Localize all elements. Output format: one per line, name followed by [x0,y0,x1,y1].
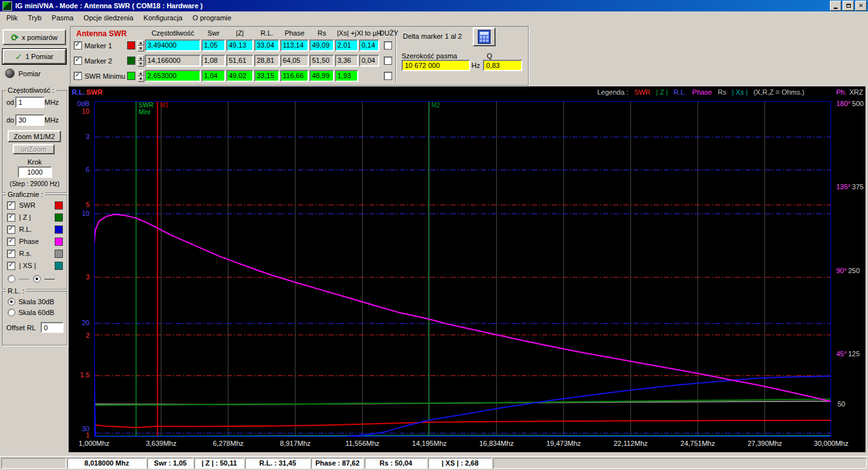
graph-option-checkbox[interactable]: ✓ [7,250,15,258]
legend-prefix: Legenda : [597,88,628,96]
offset-rl-label: Offset RL [6,324,36,332]
delta-calc-button[interactable] [473,27,496,46]
marker-line-label: SWRMini [139,102,153,116]
spinner-down-icon[interactable]: ▼ [137,76,144,82]
phase-axis-title: Ph. [836,88,847,96]
freq-from-input[interactable]: 1 [15,97,44,108]
axis-tick-x: 27,390Mhz [740,440,790,447]
series-Xs [94,435,831,436]
freq-to-unit: MHz [44,116,59,124]
marker-spinner[interactable]: ▲▼ [137,40,144,51]
status-field: Swr : 1,05 [147,458,193,469]
axis-tick-right: 135°375 [836,183,864,191]
marker-spinner[interactable]: ▲▼ [137,55,144,67]
marker-enable-checkbox[interactable]: ✓ [74,41,82,50]
axis-tick-left: 6 [70,166,90,173]
marker-enable-checkbox[interactable]: ✓ [74,72,82,80]
axis-tick-left: 1.5 [70,371,90,379]
legend-item: | Z | [656,88,668,96]
marker-duzy-checkbox[interactable] [384,41,392,50]
axis-tick-left: 5 [70,201,90,208]
restore-button[interactable] [843,1,854,11]
graph-option-checkbox[interactable]: ✓ [7,262,15,270]
legend-item: | Xs | [732,88,748,96]
bandwidth-unit: Hz [471,62,480,69]
axis-tick-x: 11,556Mhz [337,440,388,447]
step-input[interactable]: 1000 [18,166,52,178]
delta-marker-label: Delta marker 1 al 2 [403,32,462,40]
check-icon: ✓ [8,237,13,244]
legend-item: R.L. [674,88,686,96]
bandwidth-label: Szerokość pasma [402,52,457,60]
graph-option-checkbox[interactable]: ✓ [7,201,15,210]
rl-scale-option[interactable]: Skala 30dB [8,298,54,306]
status-spacer [493,458,867,469]
marker-value: 0,14 [359,39,379,51]
menu-item[interactable]: Plik [1,13,23,23]
axis-tick-x: 16,834Mhz [471,440,522,447]
plot[interactable] [92,100,835,438]
rl-scale-label: Skala 30dB [18,298,54,306]
marker-spinner[interactable]: ▲▼ [137,70,144,82]
rl-options: Skala 30dBSkala 60dB [3,292,67,345]
axis-tick-right: 90°250 [836,267,860,274]
radio-icon[interactable] [8,298,15,306]
left-axis-title-rl: R.L. [72,88,85,96]
marker-row-label: Marker 1 [85,42,112,50]
minimize-button[interactable] [830,1,841,11]
axis-tick-left: 20 [70,319,90,326]
check-icon: ✓ [8,261,13,268]
rl-scale-option[interactable]: Skala 60dB [8,309,54,316]
axis-tick-left: 1 [70,431,90,439]
spinner-down-icon[interactable]: ▼ [137,61,144,67]
marker-value: 2,01 [335,39,358,51]
marker-value: 33,04 [254,39,280,51]
menu-item[interactable]: Konfiguracja [139,13,187,23]
menu-item[interactable]: Pasma [46,13,78,23]
spinner-up-icon[interactable]: ▲ [137,40,144,46]
line-style-radio-1[interactable] [8,275,15,283]
check-icon: ✓ [75,41,80,48]
zoom-m1-m2-button[interactable]: Zoom M1/M2 [8,130,61,142]
line-style-radio-2[interactable] [33,275,41,283]
axis-tick-x: 24,751Mhz [672,440,723,447]
menu-item[interactable]: Opcje śledzenia [79,13,139,23]
check-icon: ✓ [8,201,13,208]
series-SWR [94,420,831,428]
spinner-up-icon[interactable]: ▲ [137,55,144,61]
graph-option-checkbox[interactable]: ✓ [7,213,15,222]
freq-to-input[interactable]: 30 [15,114,44,126]
offset-rl-input[interactable]: 0 [41,322,64,333]
menu-item[interactable]: O programie [187,13,236,23]
spinner-down-icon[interactable]: ▼ [137,46,144,51]
axis-tick-left: 2 [70,332,90,339]
axis-tick-x: 14,195Mhz [404,440,455,447]
graph-option-checkbox[interactable]: ✓ [7,238,15,246]
spinner-up-icon[interactable]: ▲ [137,70,144,76]
freq-to-label: do [6,116,14,124]
titlebar: IG miniVNA - Mode : Antenna SWR ( COM18 … [0,0,868,11]
status-field: R.L. : 31,45 [245,458,310,469]
graph-option-swatch [55,238,63,246]
check-icon: ✓ [8,213,13,220]
legend-item: Phase [692,88,712,96]
close-icon: ✕ [858,3,864,9]
left-axis-title-swr: SWR [86,88,103,96]
graph-option-checkbox[interactable]: ✓ [7,225,15,234]
bandwidth-value: 10 672 000 [402,60,470,71]
unzoom-button[interactable]: unZoom [13,144,55,154]
menubar: PlikTrybPasmaOpcje śledzeniaKonfiguracja… [0,11,868,24]
marker-line-label: M1 [160,102,169,109]
marker-duzy-checkbox[interactable] [384,72,392,80]
axis-tick-right: 50 [836,400,845,408]
marker-enable-checkbox[interactable]: ✓ [74,57,82,65]
radio-icon[interactable] [8,309,15,316]
menu-item[interactable]: Tryb [23,13,47,23]
graph-option: ✓| Z | [7,212,63,222]
marker-value: 1,08 [201,55,226,67]
marker-duzy-checkbox[interactable] [384,57,392,65]
graph-option: ✓R.s. [7,248,63,258]
close-button[interactable]: ✕ [855,1,867,11]
line-sample-1 [19,279,29,279]
step-hz-label: (Step : 29000 Hz) [3,180,67,187]
